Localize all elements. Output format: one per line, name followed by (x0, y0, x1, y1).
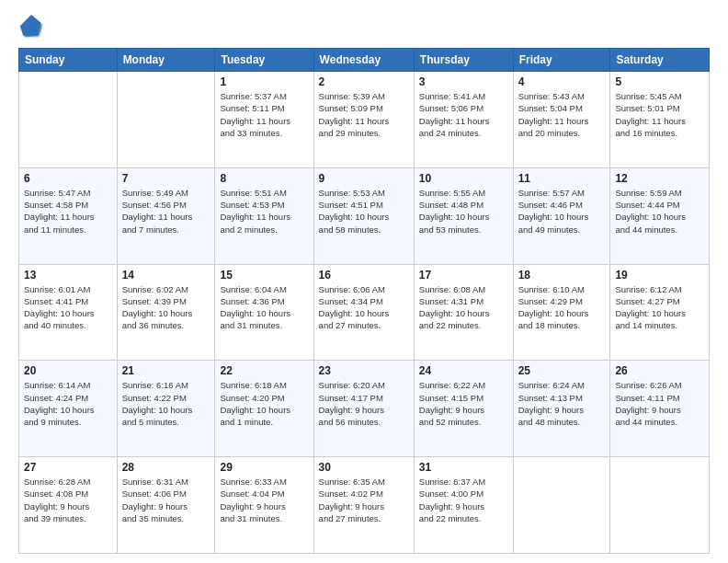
calendar-cell: 31Sunrise: 6:37 AM Sunset: 4:00 PM Dayli… (414, 457, 513, 554)
calendar-cell: 20Sunrise: 6:14 AM Sunset: 4:24 PM Dayli… (19, 361, 118, 457)
day-header-wednesday: Wednesday (313, 49, 414, 72)
day-number: 17 (419, 269, 508, 282)
calendar-cell: 27Sunrise: 6:28 AM Sunset: 4:08 PM Dayli… (19, 457, 118, 554)
calendar-cell: 14Sunrise: 6:02 AM Sunset: 4:39 PM Dayli… (117, 264, 215, 361)
day-info: Sunrise: 5:55 AM Sunset: 4:48 PM Dayligh… (419, 187, 508, 236)
calendar-cell: 24Sunrise: 6:22 AM Sunset: 4:15 PM Dayli… (414, 361, 513, 457)
day-number: 21 (122, 364, 210, 377)
day-info: Sunrise: 6:04 AM Sunset: 4:36 PM Dayligh… (220, 283, 308, 332)
logo (18, 15, 48, 40)
day-number: 4 (518, 75, 606, 88)
week-row-4: 20Sunrise: 6:14 AM Sunset: 4:24 PM Dayli… (19, 361, 710, 457)
calendar-cell: 13Sunrise: 6:01 AM Sunset: 4:41 PM Dayli… (19, 264, 118, 361)
day-info: Sunrise: 5:57 AM Sunset: 4:46 PM Dayligh… (518, 187, 606, 236)
calendar-cell (117, 72, 215, 168)
day-number: 1 (220, 75, 308, 88)
day-info: Sunrise: 6:22 AM Sunset: 4:15 PM Dayligh… (419, 379, 508, 428)
day-number: 18 (518, 269, 606, 282)
calendar-cell: 26Sunrise: 6:26 AM Sunset: 4:11 PM Dayli… (610, 361, 710, 457)
day-number: 10 (419, 172, 508, 185)
day-header-thursday: Thursday (414, 49, 513, 72)
day-info: Sunrise: 6:12 AM Sunset: 4:27 PM Dayligh… (615, 283, 704, 332)
logo-icon (18, 15, 44, 40)
calendar-cell: 11Sunrise: 5:57 AM Sunset: 4:46 PM Dayli… (513, 167, 610, 264)
calendar-cell: 16Sunrise: 6:06 AM Sunset: 4:34 PM Dayli… (313, 264, 414, 361)
calendar-cell: 22Sunrise: 6:18 AM Sunset: 4:20 PM Dayli… (215, 361, 313, 457)
day-info: Sunrise: 5:51 AM Sunset: 4:53 PM Dayligh… (220, 187, 308, 236)
day-number: 22 (220, 364, 308, 377)
calendar-cell: 30Sunrise: 6:35 AM Sunset: 4:02 PM Dayli… (313, 457, 414, 554)
day-info: Sunrise: 5:53 AM Sunset: 4:51 PM Dayligh… (319, 187, 409, 236)
day-info: Sunrise: 5:39 AM Sunset: 5:09 PM Dayligh… (319, 90, 409, 139)
day-info: Sunrise: 6:37 AM Sunset: 4:00 PM Dayligh… (419, 476, 508, 524)
week-row-1: 1Sunrise: 5:37 AM Sunset: 5:11 PM Daylig… (19, 72, 710, 168)
day-number: 12 (615, 172, 704, 185)
page: SundayMondayTuesdayWednesdayThursdayFrid… (0, 0, 728, 563)
day-info: Sunrise: 6:01 AM Sunset: 4:41 PM Dayligh… (24, 283, 112, 332)
day-info: Sunrise: 6:24 AM Sunset: 4:13 PM Dayligh… (518, 379, 606, 428)
day-number: 29 (220, 461, 308, 474)
day-info: Sunrise: 5:41 AM Sunset: 5:06 PM Dayligh… (419, 90, 508, 139)
day-info: Sunrise: 6:35 AM Sunset: 4:02 PM Dayligh… (319, 476, 409, 524)
day-info: Sunrise: 5:47 AM Sunset: 4:58 PM Dayligh… (24, 187, 112, 236)
day-number: 31 (419, 461, 508, 474)
calendar-cell: 7Sunrise: 5:49 AM Sunset: 4:56 PM Daylig… (117, 167, 215, 264)
day-number: 11 (518, 172, 606, 185)
day-number: 19 (615, 269, 704, 282)
day-header-saturday: Saturday (610, 49, 710, 72)
day-number: 26 (615, 364, 704, 377)
calendar-cell: 5Sunrise: 5:45 AM Sunset: 5:01 PM Daylig… (610, 72, 710, 168)
calendar-cell: 17Sunrise: 6:08 AM Sunset: 4:31 PM Dayli… (414, 264, 513, 361)
day-info: Sunrise: 6:06 AM Sunset: 4:34 PM Dayligh… (319, 283, 409, 332)
calendar-cell: 12Sunrise: 5:59 AM Sunset: 4:44 PM Dayli… (610, 167, 710, 264)
day-number: 15 (220, 269, 308, 282)
calendar-cell: 28Sunrise: 6:31 AM Sunset: 4:06 PM Dayli… (117, 457, 215, 554)
calendar-cell (513, 457, 610, 554)
day-info: Sunrise: 6:18 AM Sunset: 4:20 PM Dayligh… (220, 379, 308, 428)
day-number: 3 (419, 75, 508, 88)
calendar-cell: 18Sunrise: 6:10 AM Sunset: 4:29 PM Dayli… (513, 264, 610, 361)
calendar-cell: 2Sunrise: 5:39 AM Sunset: 5:09 PM Daylig… (313, 72, 414, 168)
day-number: 27 (24, 461, 112, 474)
day-number: 9 (319, 172, 409, 185)
day-header-sunday: Sunday (19, 49, 118, 72)
calendar-cell: 15Sunrise: 6:04 AM Sunset: 4:36 PM Dayli… (215, 264, 313, 361)
day-info: Sunrise: 6:10 AM Sunset: 4:29 PM Dayligh… (518, 283, 606, 332)
day-info: Sunrise: 6:16 AM Sunset: 4:22 PM Dayligh… (122, 379, 210, 428)
day-number: 6 (24, 172, 112, 185)
day-number: 7 (122, 172, 210, 185)
day-info: Sunrise: 6:20 AM Sunset: 4:17 PM Dayligh… (319, 379, 409, 428)
calendar-cell: 21Sunrise: 6:16 AM Sunset: 4:22 PM Dayli… (117, 361, 215, 457)
day-number: 28 (122, 461, 210, 474)
day-info: Sunrise: 6:33 AM Sunset: 4:04 PM Dayligh… (220, 476, 308, 524)
header (18, 15, 710, 40)
svg-marker-3 (20, 15, 41, 36)
day-number: 14 (122, 269, 210, 282)
day-info: Sunrise: 5:45 AM Sunset: 5:01 PM Dayligh… (615, 90, 704, 139)
day-info: Sunrise: 6:08 AM Sunset: 4:31 PM Dayligh… (419, 283, 508, 332)
day-number: 8 (220, 172, 308, 185)
day-info: Sunrise: 6:26 AM Sunset: 4:11 PM Dayligh… (615, 379, 704, 428)
day-info: Sunrise: 5:43 AM Sunset: 5:04 PM Dayligh… (518, 90, 606, 139)
calendar-table: SundayMondayTuesdayWednesdayThursdayFrid… (18, 48, 710, 554)
day-info: Sunrise: 5:49 AM Sunset: 4:56 PM Dayligh… (122, 187, 210, 236)
day-header-monday: Monday (117, 49, 215, 72)
week-row-5: 27Sunrise: 6:28 AM Sunset: 4:08 PM Dayli… (19, 457, 710, 554)
day-info: Sunrise: 6:28 AM Sunset: 4:08 PM Dayligh… (24, 476, 112, 524)
calendar-cell: 29Sunrise: 6:33 AM Sunset: 4:04 PM Dayli… (215, 457, 313, 554)
day-info: Sunrise: 6:14 AM Sunset: 4:24 PM Dayligh… (24, 379, 112, 428)
calendar-cell: 9Sunrise: 5:53 AM Sunset: 4:51 PM Daylig… (313, 167, 414, 264)
day-number: 30 (319, 461, 409, 474)
day-number: 24 (419, 364, 508, 377)
calendar-cell: 1Sunrise: 5:37 AM Sunset: 5:11 PM Daylig… (215, 72, 313, 168)
week-row-2: 6Sunrise: 5:47 AM Sunset: 4:58 PM Daylig… (19, 167, 710, 264)
calendar-cell: 10Sunrise: 5:55 AM Sunset: 4:48 PM Dayli… (414, 167, 513, 264)
day-info: Sunrise: 5:37 AM Sunset: 5:11 PM Dayligh… (220, 90, 308, 139)
day-number: 5 (615, 75, 704, 88)
calendar-header-row: SundayMondayTuesdayWednesdayThursdayFrid… (19, 49, 710, 72)
calendar-cell: 3Sunrise: 5:41 AM Sunset: 5:06 PM Daylig… (414, 72, 513, 168)
day-info: Sunrise: 6:31 AM Sunset: 4:06 PM Dayligh… (122, 476, 210, 524)
day-number: 16 (319, 269, 409, 282)
day-header-friday: Friday (513, 49, 610, 72)
day-number: 20 (24, 364, 112, 377)
